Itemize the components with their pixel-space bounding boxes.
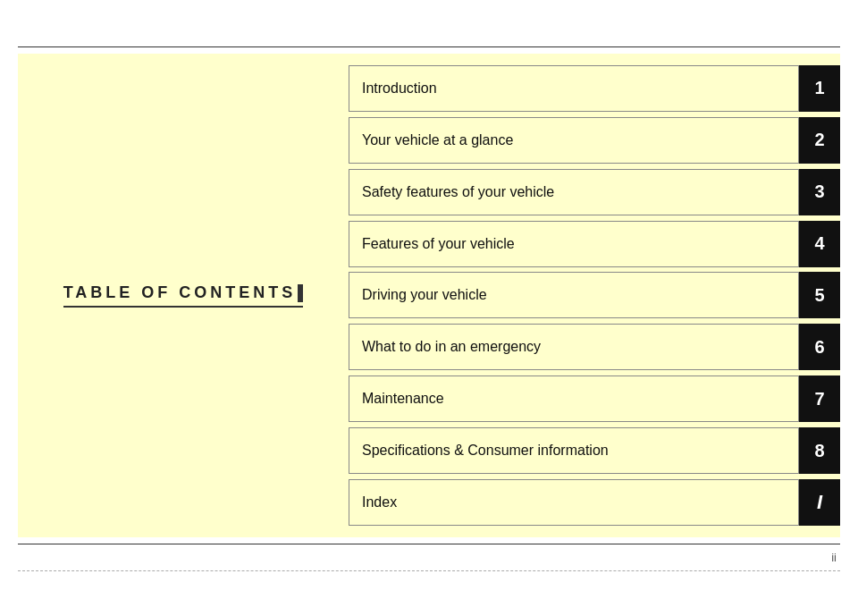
toc-number-vehicle-at-glance: 2 bbox=[799, 117, 840, 164]
toc-number-features-of-vehicle: 4 bbox=[799, 221, 840, 267]
toc-label-features-of-vehicle: Features of your vehicle bbox=[349, 221, 799, 267]
toc-label-specifications: Specifications & Consumer information bbox=[349, 427, 799, 474]
toc-label-maintenance: Maintenance bbox=[349, 376, 799, 422]
dashed-divider bbox=[18, 570, 840, 571]
toc-number-specifications: 8 bbox=[799, 427, 840, 474]
bottom-divider bbox=[18, 544, 840, 544]
toc-number-introduction: 1 bbox=[799, 65, 840, 112]
toc-item-safety-features[interactable]: Safety features of your vehicle3 bbox=[349, 169, 840, 215]
toc-number-safety-features: 3 bbox=[799, 169, 840, 215]
toc-item-maintenance[interactable]: Maintenance7 bbox=[349, 376, 840, 422]
left-panel: TABLE OF CONTENTS bbox=[18, 54, 349, 537]
toc-label-emergency: What to do in an emergency bbox=[349, 324, 799, 370]
toc-label-driving-vehicle: Driving your vehicle bbox=[349, 272, 799, 318]
toc-item-introduction[interactable]: Introduction1 bbox=[349, 65, 840, 112]
toc-item-emergency[interactable]: What to do in an emergency6 bbox=[349, 324, 840, 370]
toc-label-introduction: Introduction bbox=[349, 65, 799, 112]
toc-item-specifications[interactable]: Specifications & Consumer information8 bbox=[349, 427, 840, 474]
toc-number-index: I bbox=[799, 479, 840, 526]
top-divider bbox=[18, 46, 840, 47]
toc-number-emergency: 6 bbox=[799, 324, 840, 370]
toc-number-driving-vehicle: 5 bbox=[799, 272, 840, 318]
cursor-block bbox=[298, 284, 303, 302]
toc-label-safety-features: Safety features of your vehicle bbox=[349, 169, 799, 215]
toc-title: TABLE OF CONTENTS bbox=[63, 283, 304, 308]
main-content: TABLE OF CONTENTS Introduction1Your vehi… bbox=[18, 54, 840, 537]
toc-label-index: Index bbox=[349, 479, 799, 526]
toc-list: Introduction1Your vehicle at a glance2Sa… bbox=[349, 54, 840, 537]
toc-item-index[interactable]: IndexI bbox=[349, 479, 840, 526]
toc-item-features-of-vehicle[interactable]: Features of your vehicle4 bbox=[349, 221, 840, 267]
toc-item-vehicle-at-glance[interactable]: Your vehicle at a glance2 bbox=[349, 117, 840, 164]
page-number: ii bbox=[831, 551, 837, 564]
toc-label-vehicle-at-glance: Your vehicle at a glance bbox=[349, 117, 799, 164]
toc-item-driving-vehicle[interactable]: Driving your vehicle5 bbox=[349, 272, 840, 318]
toc-number-maintenance: 7 bbox=[799, 376, 840, 422]
